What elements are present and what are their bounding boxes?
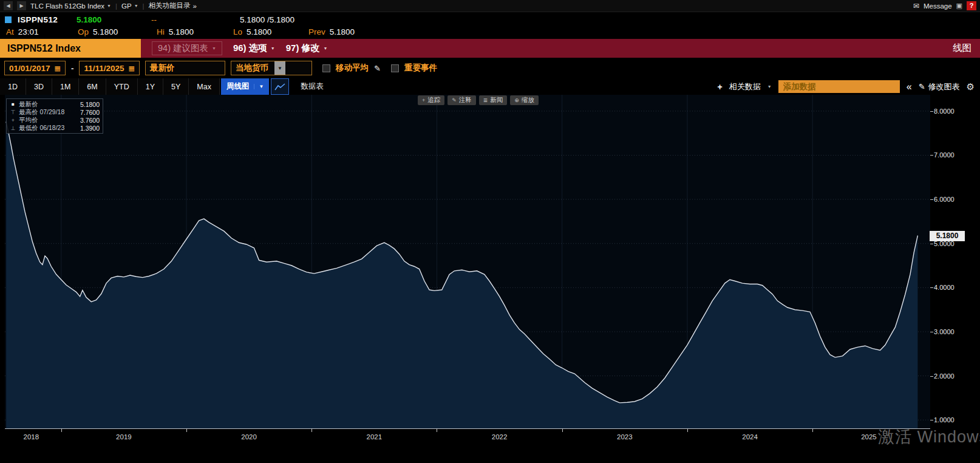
chart-tool-追踪[interactable]: +追踪 (418, 95, 444, 105)
legend-value: 1.3900 (80, 125, 100, 132)
currency-field[interactable]: 当地货币 ▼ (231, 61, 312, 75)
range-tabbar: 1D3D1M6MYTD1Y5YMax 周线图 ▼ 数据表 + 相关数据 ▼ « … (0, 78, 980, 95)
help-button[interactable]: ? (967, 1, 976, 10)
open-label: Op (78, 27, 89, 36)
menu-97-edit[interactable]: 97) 修改 ▼ (286, 43, 328, 54)
x-axis-label: 2023 (617, 433, 633, 441)
price-type-value: 最新价 (150, 63, 175, 74)
x-axis-label: 2020 (241, 433, 257, 441)
y-axis-tick (930, 199, 933, 200)
date-range-separator: - (71, 64, 74, 73)
edit-chart-label: 修改图表 (928, 81, 960, 92)
date-from-field[interactable]: 01/01/2017 ▦ (4, 61, 66, 75)
related-functions-menu[interactable]: 相关功能目录 » (149, 1, 197, 10)
chart-tool-注释[interactable]: ✎注释 (447, 95, 476, 105)
add-data-input[interactable] (778, 80, 900, 93)
moving-average-edit-pencil-icon[interactable]: ✎ (374, 64, 381, 73)
legend-label: 最新价 (19, 100, 38, 109)
menu-94-suggested-charts[interactable]: 94) 建议图表 ▼ (152, 41, 222, 55)
last-price: 5.1800 (77, 15, 151, 24)
legend-label: 最高价 07/29/18 (19, 108, 64, 117)
related-data-dropdown[interactable]: 相关数据 (729, 81, 761, 92)
x-axis-tick (687, 429, 688, 432)
high-label: Hi (157, 27, 165, 36)
y-axis-tick (930, 111, 933, 112)
line-chart-icon (274, 83, 285, 91)
price-type-field[interactable]: 最新价 (145, 61, 225, 75)
forward-button[interactable]: ▶ (17, 1, 26, 10)
low-label: Lo (233, 27, 242, 36)
tab-range-1y[interactable]: 1Y (138, 78, 163, 95)
tab-range-1d[interactable]: 1D (0, 78, 26, 95)
legend-row: ⊥最低价 06/18/231.3900 (10, 124, 100, 132)
activate-windows-watermark: 激活 Windows (878, 426, 980, 448)
tool-label: 注释 (459, 96, 472, 105)
chart-tool-新闻[interactable]: ≣新闻 (479, 95, 508, 105)
related-functions-label: 相关功能目录 (149, 1, 191, 10)
plus-icon: + (718, 82, 723, 92)
low-value: 5.1800 (247, 27, 271, 36)
x-axis-label: 2025 (861, 433, 877, 441)
menu-96-options[interactable]: 96) 选项 ▼ (233, 43, 275, 54)
tool-icon: ≣ (483, 97, 488, 103)
chevron-down-icon: ▼ (277, 66, 282, 71)
chevron-down-icon: ▼ (212, 46, 216, 50)
key-events-checkbox[interactable] (391, 64, 399, 72)
panel-icon[interactable]: ▣ (956, 2, 962, 10)
titlebar: ◀ ▶ TLC Flash 512Gb Index ▼ | GP ▼ | 相关功… (0, 0, 980, 12)
x-axis-line (5, 428, 930, 429)
chevron-down-icon: ▼ (271, 46, 275, 50)
ticker: ISPPN512 (18, 15, 77, 24)
chart-type-dropdown[interactable]: 周线图 ▼ (221, 78, 269, 95)
menu-94-label: 94) 建议图表 (158, 43, 208, 54)
legend-row: ⊤最高价 07/29/187.7600 (10, 108, 100, 116)
legend-marker-icon: ⊥ (10, 125, 16, 131)
chevron-down-icon: ▼ (767, 84, 772, 89)
divider: | (115, 2, 117, 10)
key-events-label: 重要事件 (404, 63, 437, 74)
quote-panel: ISPPN512 5.1800 -- 5.1800 /5.1800 At23:0… (0, 12, 980, 39)
security-title-field[interactable]: ISPPN512 Index (0, 39, 141, 58)
x-axis-label: 2022 (492, 433, 508, 441)
price-chart[interactable] (5, 95, 930, 429)
date-to-field[interactable]: 11/11/2025 ▦ (79, 61, 139, 75)
chart-mini-toolbar: +追踪✎注释≣新闻⊕缩放 (418, 95, 539, 105)
line-chart-icon-button[interactable] (271, 78, 289, 95)
y-axis-label: 8.0000 (934, 108, 954, 115)
menu-97-label: 97) 修改 (286, 43, 320, 54)
message-button[interactable]: Message (924, 2, 952, 10)
chevrons-right-icon: » (193, 2, 197, 10)
x-axis-tick (812, 429, 813, 432)
tab-range-5y[interactable]: 5Y (163, 78, 189, 95)
moving-average-checkbox[interactable] (322, 64, 330, 72)
chart-area: +追踪✎注释≣新闻⊕缩放 ■最新价5.1800⊤最高价 07/29/187.76… (0, 95, 980, 463)
y-axis-label: 2.0000 (934, 372, 954, 380)
currency-dropdown-button[interactable]: ▼ (274, 61, 285, 75)
legend-marker-icon: ⊤ (10, 109, 16, 115)
x-axis-tick (61, 429, 62, 432)
gp-menu-label: GP (121, 2, 132, 10)
x-axis-tick (562, 429, 563, 432)
tab-range-6m[interactable]: 6M (79, 78, 106, 95)
y-axis-label: 6.0000 (934, 196, 954, 203)
chevron-down-icon: ▼ (134, 4, 138, 8)
tab-range-3d[interactable]: 3D (26, 78, 52, 95)
tab-range-1m[interactable]: 1M (52, 78, 79, 95)
back-button[interactable]: ◀ (4, 1, 13, 10)
chart-tool-缩放[interactable]: ⊕缩放 (510, 95, 539, 105)
security-menu[interactable]: TLC Flash 512Gb Index ▼ (30, 2, 111, 10)
moving-average-label: 移动平均 (336, 63, 369, 74)
pencil-icon: ✎ (919, 82, 925, 91)
x-axis-label: 2018 (24, 433, 39, 441)
gp-menu[interactable]: GP ▼ (121, 2, 138, 10)
tab-range-max[interactable]: Max (189, 78, 220, 95)
tab-data-table[interactable]: 数据表 (291, 78, 333, 95)
gear-icon[interactable]: ⚙ (967, 81, 975, 92)
x-axis-tick (311, 429, 312, 432)
legend-label: 最低价 06/18/23 (19, 124, 64, 132)
tab-range-ytd[interactable]: YTD (106, 78, 138, 95)
currency-value: 当地货币 (236, 63, 268, 74)
edit-chart-button[interactable]: ✎ 修改图表 (919, 81, 960, 92)
collapse-panel-button[interactable]: « (907, 81, 912, 92)
y-axis-label: 3.0000 (934, 328, 954, 335)
